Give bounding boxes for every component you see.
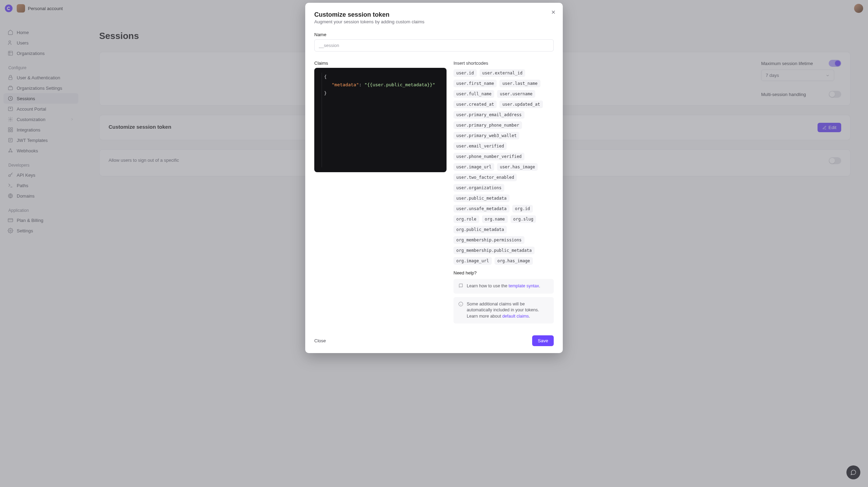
shortcode-user-primary_email_address[interactable]: user.primary_email_address bbox=[453, 111, 524, 119]
shortcode-user-created_at[interactable]: user.created_at bbox=[453, 101, 497, 108]
shortcode-org-slug[interactable]: org.slug bbox=[511, 215, 536, 223]
shortcode-user-two_factor_enabled[interactable]: user.two_factor_enabled bbox=[453, 174, 517, 181]
shortcode-org-id[interactable]: org.id bbox=[512, 205, 533, 213]
shortcode-user-first_name[interactable]: user.first_name bbox=[453, 80, 497, 87]
shortcode-user-external_id[interactable]: user.external_id bbox=[480, 69, 526, 77]
shortcode-user-unsafe_metadata[interactable]: user.unsafe_metadata bbox=[453, 205, 510, 213]
shortcode-user-username[interactable]: user.username bbox=[497, 90, 535, 98]
shortcode-user-public_metadata[interactable]: user.public_metadata bbox=[453, 194, 510, 202]
shortcode-org-public_metadata[interactable]: org.public_metadata bbox=[453, 226, 507, 233]
shortcode-user-updated_at[interactable]: user.updated_at bbox=[499, 101, 543, 108]
code-gutter bbox=[314, 73, 322, 167]
code-value: "{{user.public_metadata}}" bbox=[364, 82, 435, 87]
claims-editor[interactable]: { "metadata": "{{user.public_metadata}}"… bbox=[314, 68, 447, 172]
shortcode-user-full_name[interactable]: user.full_name bbox=[453, 90, 494, 98]
code-brace-open: { bbox=[324, 74, 327, 79]
save-button[interactable]: Save bbox=[532, 335, 554, 346]
need-help-label: Need help? bbox=[453, 270, 554, 276]
help-template-syntax: Learn how to use the template syntax. bbox=[453, 279, 554, 294]
claims-label: Claims bbox=[314, 61, 447, 66]
close-icon bbox=[551, 9, 556, 15]
code-brace-close: } bbox=[324, 90, 327, 96]
name-label: Name bbox=[314, 32, 554, 37]
shortcode-user-phone_number_verified[interactable]: user.phone_number_verified bbox=[453, 153, 524, 160]
info-icon bbox=[458, 302, 463, 306]
modal-overlay[interactable]: Customize session token Augment your ses… bbox=[0, 0, 868, 487]
shortcode-user-id[interactable]: user.id bbox=[453, 69, 477, 77]
shortcode-org-image_url[interactable]: org.image_url bbox=[453, 257, 492, 265]
shortcode-user-primary_phone_number[interactable]: user.primary_phone_number bbox=[453, 121, 522, 129]
help1-prefix: Learn how to use the bbox=[467, 284, 508, 288]
shortcode-user-image_url[interactable]: user.image_url bbox=[453, 163, 494, 171]
book-icon bbox=[458, 284, 463, 288]
close-button[interactable]: Close bbox=[314, 338, 326, 343]
name-input[interactable] bbox=[314, 39, 554, 51]
help2-suffix: . bbox=[529, 314, 530, 319]
shortcode-user-primary_web3_wallet[interactable]: user.primary_web3_wallet bbox=[453, 132, 519, 139]
modal-title: Customize session token bbox=[314, 11, 554, 18]
modal-close-button[interactable] bbox=[549, 8, 558, 17]
shortcode-user-has_image[interactable]: user.has_image bbox=[497, 163, 538, 171]
shortcode-user-last_name[interactable]: user.last_name bbox=[499, 80, 540, 87]
shortcodes-label: Insert shortcodes bbox=[453, 61, 554, 66]
shortcodes-panel: Insert shortcodes user.iduser.external_i… bbox=[453, 61, 554, 327]
modal-customize-token: Customize session token Augment your ses… bbox=[305, 3, 563, 353]
shortcode-org-name[interactable]: org.name bbox=[482, 215, 508, 223]
shortcode-org-role[interactable]: org.role bbox=[453, 215, 479, 223]
shortcode-org_membership-permissions[interactable]: org_membership.permissions bbox=[453, 236, 524, 244]
template-syntax-link[interactable]: template syntax bbox=[508, 284, 539, 288]
shortcode-user-organizations[interactable]: user.organizations bbox=[453, 184, 504, 192]
code-key: "metadata" bbox=[332, 82, 359, 87]
modal-subtitle: Augment your session tokens by adding cu… bbox=[314, 19, 554, 24]
help-default-claims: Some additional claims will be automatic… bbox=[453, 297, 554, 324]
shortcode-org-has_image[interactable]: org.has_image bbox=[495, 257, 533, 265]
default-claims-link[interactable]: default claims bbox=[502, 314, 529, 319]
shortcode-org_membership-public_metadata[interactable]: org_membership.public_metadata bbox=[453, 247, 535, 254]
help1-suffix: . bbox=[539, 284, 540, 288]
modal-footer: Close Save bbox=[314, 335, 554, 346]
shortcode-user-email_verified[interactable]: user.email_verified bbox=[453, 142, 507, 150]
